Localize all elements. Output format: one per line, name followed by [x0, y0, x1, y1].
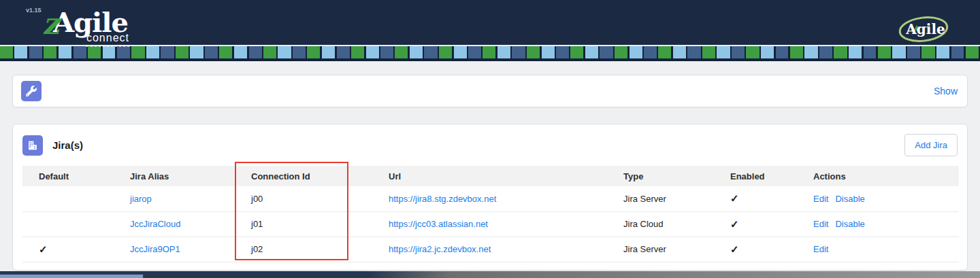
- default-cell: [22, 211, 114, 237]
- action-link-edit[interactable]: Edit: [813, 219, 828, 229]
- column-header-default: Default: [22, 166, 114, 186]
- right-logo-text: Agile: [905, 21, 945, 37]
- add-jira-button[interactable]: Add Jira: [904, 134, 958, 156]
- column-header-connection-id: Connection Id: [235, 166, 372, 186]
- buildings-icon: [27, 139, 39, 152]
- main-content: Show Jira(s): [0, 61, 980, 271]
- jira-alias-link[interactable]: jiarop: [130, 194, 152, 204]
- table-row: JccJiraCloudj01https://jcc03.atlassian.n…: [22, 211, 959, 237]
- logo-dots-decoration: [86, 45, 129, 47]
- alias-cell: JccJiraCloud: [114, 211, 235, 237]
- show-link[interactable]: Show: [934, 86, 958, 97]
- version-label: v1.15: [26, 7, 42, 14]
- actions-cell: EditDisable: [804, 186, 959, 211]
- actions-cell: EditDisable: [804, 211, 959, 237]
- table-row: jiaropj00https://jira8.stg.zdevbox.netJi…: [22, 186, 959, 211]
- default-cell: ✓: [22, 237, 114, 262]
- settings-toolbar-card: Show: [12, 75, 968, 107]
- url-cell: https://jcc03.atlassian.net: [372, 211, 607, 237]
- action-link-disable[interactable]: Disable: [835, 194, 864, 204]
- enabled-cell: ✓: [714, 237, 804, 262]
- default-cell: [22, 186, 114, 211]
- actions-cell: Edit: [804, 237, 959, 262]
- jira-panel-header: Jira(s) Add Jira: [13, 124, 967, 166]
- connection-id-cell: j01: [235, 211, 372, 237]
- table-header-row: DefaultJira AliasConnection IdUrlTypeEna…: [22, 166, 959, 186]
- settings-wrench-button[interactable]: [21, 81, 42, 101]
- jira-panel-card: Jira(s) Add Jira DefaultJira AliasConnec…: [12, 124, 968, 271]
- bottom-sliver-blue-segment: [0, 274, 144, 278]
- table-body: jiaropj00https://jira8.stg.zdevbox.netJi…: [22, 186, 959, 262]
- column-header-type: Type: [607, 166, 714, 186]
- column-header-actions: Actions: [804, 166, 959, 186]
- jira-alias-link[interactable]: JccJira9OP1: [130, 244, 180, 254]
- logo-z-glyph: z: [42, 6, 59, 41]
- bottom-window-sliver: [0, 271, 980, 278]
- app-header: v1.15 zAgile connect Agile: [0, 0, 980, 45]
- app-logo: zAgile connect: [42, 4, 131, 47]
- alias-cell: JccJira9OP1: [114, 237, 235, 262]
- jira-url-link[interactable]: https://jcc03.atlassian.net: [389, 219, 488, 229]
- enabled-cell: ✓: [714, 186, 804, 211]
- connection-id-cell: j02: [235, 237, 372, 262]
- panel-title: Jira(s): [52, 139, 83, 151]
- jira-url-link[interactable]: https://jira8.stg.zdevbox.net: [389, 194, 496, 204]
- enabled-cell: ✓: [714, 211, 804, 237]
- action-link-edit[interactable]: Edit: [813, 194, 828, 204]
- connection-id-cell: j00: [235, 186, 372, 211]
- url-cell: https://jira8.stg.zdevbox.net: [372, 186, 607, 211]
- agile-oval-logo: Agile: [897, 14, 950, 45]
- column-header-enabled: Enabled: [714, 166, 804, 186]
- jira-url-link[interactable]: https://jira2.jc.zdevbox.net: [389, 244, 491, 254]
- type-cell: Jira Server: [607, 186, 714, 211]
- alias-cell: jiarop: [114, 186, 235, 211]
- logo-subtitle: connect: [86, 32, 129, 44]
- jira-alias-link[interactable]: JccJiraCloud: [130, 219, 180, 229]
- action-link-disable[interactable]: Disable: [835, 219, 864, 229]
- jira-connections-table: DefaultJira AliasConnection IdUrlTypeEna…: [22, 166, 959, 262]
- jira-panel-building-badge: [22, 135, 43, 156]
- table-row: ✓JccJira9OP1j02https://jira2.jc.zdevbox.…: [22, 237, 959, 262]
- column-header-jira-alias: Jira Alias: [114, 166, 235, 186]
- type-cell: Jira Cloud: [607, 211, 714, 237]
- page: v1.15 zAgile connect Agile: [0, 0, 980, 278]
- column-header-url: Url: [372, 166, 607, 186]
- url-cell: https://jira2.jc.zdevbox.net: [372, 237, 607, 262]
- stripe-bar: [0, 46, 980, 61]
- type-cell: Jira Server: [607, 237, 714, 262]
- wrench-icon: [26, 86, 37, 97]
- action-link-edit[interactable]: Edit: [813, 244, 828, 254]
- stripe-squares: [0, 46, 980, 58]
